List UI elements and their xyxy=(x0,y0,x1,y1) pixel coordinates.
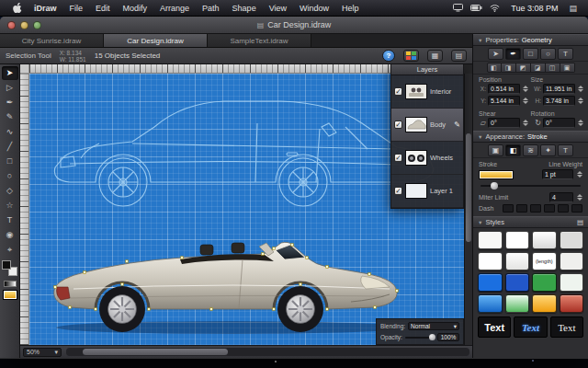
line-tool[interactable]: ╱ xyxy=(2,140,18,154)
layer-visibility-checkbox[interactable]: ✓ xyxy=(394,154,402,162)
line-weight-field[interactable]: 1 pt xyxy=(542,169,573,179)
rectangle-tool[interactable]: □ xyxy=(2,155,18,168)
style-swatch[interactable] xyxy=(505,231,530,249)
vertical-scrollbar[interactable] xyxy=(464,74,472,345)
zoom-select[interactable]: 50% ▾ xyxy=(23,348,62,357)
style-swatch[interactable] xyxy=(532,231,557,249)
selection-tool[interactable]: ➤ xyxy=(2,66,18,80)
grid-view-button[interactable]: ▦ xyxy=(427,50,443,62)
layer-visibility-checkbox[interactable]: ✓ xyxy=(394,121,402,129)
path-op-exclude-button[interactable]: ◪ xyxy=(531,63,546,73)
appearance-header[interactable]: ▼ Appearance: Stroke xyxy=(473,131,588,143)
fill-color-well[interactable] xyxy=(2,260,11,270)
rectangle-mode-button[interactable]: □ xyxy=(523,48,538,60)
layer-row-layer1[interactable]: ✓ Layer 1 xyxy=(391,175,463,208)
color-palette-button[interactable] xyxy=(403,50,419,62)
style-swatch[interactable] xyxy=(505,273,530,292)
pen-tool[interactable]: ✒ xyxy=(2,96,18,109)
wifi-icon[interactable] xyxy=(487,3,502,14)
menu-shape[interactable]: Shape xyxy=(226,0,263,17)
rotation-stepper[interactable] xyxy=(577,120,583,126)
effects-appearance-button[interactable]: ✦ xyxy=(540,144,556,156)
ellipse-tool[interactable]: ○ xyxy=(2,169,18,183)
opacity-value[interactable]: 100% xyxy=(437,333,459,341)
y-stepper[interactable] xyxy=(522,98,528,104)
horizontal-scroll-thumb[interactable] xyxy=(83,349,228,355)
text-style-serif[interactable]: Text xyxy=(550,316,583,338)
style-swatch[interactable] xyxy=(560,231,584,249)
menu-edit[interactable]: Edit xyxy=(89,0,117,17)
zoom-tool[interactable]: ⌖ xyxy=(2,243,18,257)
path-op-unite-button[interactable]: ◧ xyxy=(487,63,502,73)
path-op-intersect-button[interactable]: ◩ xyxy=(516,63,531,73)
battery-icon[interactable] xyxy=(469,3,483,14)
horizontal-scrollbar[interactable] xyxy=(66,348,469,356)
blending-select[interactable]: Normal ▾ xyxy=(408,322,459,330)
tab-car-design[interactable]: Car Design.idraw xyxy=(104,34,208,47)
pen-mode-button[interactable]: ✒ xyxy=(505,48,521,60)
dash-field[interactable] xyxy=(571,204,582,213)
dash-field[interactable] xyxy=(558,204,569,213)
menu-arrange[interactable]: Arrange xyxy=(153,0,196,17)
tab-city-sunrise[interactable]: City Sunrise.idraw xyxy=(0,34,104,47)
star-tool[interactable]: ☆ xyxy=(2,199,18,213)
style-swatch[interactable] xyxy=(478,294,503,313)
miter-limit-field[interactable]: 4 xyxy=(549,192,573,202)
layer-row-body[interactable]: ✓ Body ✎ xyxy=(391,109,463,142)
x-stepper[interactable] xyxy=(522,86,528,92)
brush-tool[interactable]: ∿ xyxy=(2,125,18,139)
style-swatch[interactable] xyxy=(505,252,530,270)
shadow-appearance-button[interactable]: ≋ xyxy=(523,144,538,156)
rotation-field[interactable]: ↻ 0° xyxy=(533,118,583,128)
style-swatch[interactable] xyxy=(532,273,557,292)
text-appearance-button[interactable]: T xyxy=(558,144,573,156)
dash-field[interactable] xyxy=(544,204,555,213)
line-weight-slider-knob[interactable] xyxy=(491,182,498,190)
layers-panel-title[interactable]: Layers xyxy=(391,64,463,75)
shear-stepper[interactable] xyxy=(522,120,528,126)
pencil-tool[interactable]: ✎ xyxy=(2,110,18,124)
text-style-blue-glow[interactable]: Text xyxy=(514,316,547,338)
list-view-button[interactable]: ▤ xyxy=(451,50,467,62)
line-weight-slider[interactable] xyxy=(481,181,581,190)
menu-window[interactable]: Window xyxy=(293,0,335,17)
display-icon[interactable] xyxy=(450,3,465,14)
width-stepper[interactable] xyxy=(577,86,583,92)
text-mode-button[interactable]: T xyxy=(558,48,573,60)
menu-clock[interactable]: Tue 3:08 PM xyxy=(503,4,565,13)
vertical-scroll-thumb[interactable] xyxy=(466,133,471,242)
gradient-well[interactable] xyxy=(4,281,17,287)
menu-idraw[interactable]: iDraw xyxy=(28,0,63,17)
line-weight-stepper[interactable] xyxy=(576,171,582,178)
opacity-slider-knob[interactable] xyxy=(429,334,435,340)
style-swatch[interactable] xyxy=(532,294,557,313)
menu-help[interactable]: Help xyxy=(335,0,366,17)
dash-field[interactable] xyxy=(503,204,514,213)
properties-mode[interactable]: Geometry xyxy=(522,36,552,44)
appearance-mode[interactable]: Stroke xyxy=(527,132,548,141)
zoom-button[interactable] xyxy=(33,21,41,29)
menu-modify[interactable]: Modify xyxy=(117,0,154,17)
text-tool[interactable]: T xyxy=(2,213,18,227)
path-op-divide-button[interactable]: ◫ xyxy=(546,63,560,73)
height-stepper[interactable] xyxy=(577,98,583,104)
help-button[interactable]: ? xyxy=(382,50,395,62)
direct-selection-tool[interactable]: ▷ xyxy=(2,81,18,95)
style-swatch[interactable] xyxy=(478,273,503,292)
ellipse-mode-button[interactable]: ○ xyxy=(540,48,556,60)
dash-field[interactable] xyxy=(530,204,541,213)
style-swatch-length[interactable]: (length) xyxy=(532,252,557,270)
notification-list-icon[interactable]: ▤ xyxy=(565,4,581,13)
close-button[interactable] xyxy=(7,21,16,29)
fill-appearance-button[interactable]: ▣ xyxy=(488,144,503,156)
vertical-ruler[interactable] xyxy=(20,74,29,345)
tab-sample-text[interactable]: SampleText.idraw xyxy=(208,34,311,47)
stroke-color-well-small[interactable] xyxy=(4,291,17,299)
style-swatch[interactable] xyxy=(560,294,584,313)
style-swatch[interactable] xyxy=(560,252,584,270)
width-field[interactable]: W: 11.951 in xyxy=(533,84,583,94)
menu-view[interactable]: View xyxy=(263,0,293,17)
miter-stepper[interactable] xyxy=(576,194,582,201)
color-wells[interactable] xyxy=(2,260,17,276)
eyedropper-tool[interactable]: ◉ xyxy=(2,228,18,242)
